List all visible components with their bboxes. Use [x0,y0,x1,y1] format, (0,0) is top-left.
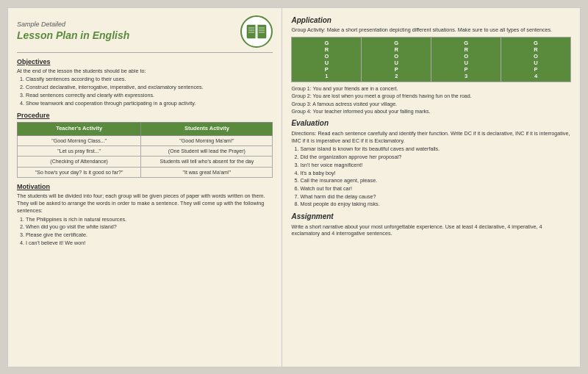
table-cell: "So how's your day? Is it good so far?" [18,167,141,177]
evaluation-list: Samar island is known for its beautiful … [291,145,571,208]
header-area: Sample Detailed Lesson Plan in English [17,15,273,48]
svg-rect-0 [247,25,256,38]
list-item: It's a baby boy! [300,170,571,177]
right-panel: Application Group Activity: Make a short… [282,8,580,367]
list-item: I can't believe it! We won! [26,240,273,247]
book-svg [246,21,267,42]
list-item: The Philippines is rich in natural resou… [26,216,273,223]
table-row: (Checking of Attendance) Students will t… [18,157,273,167]
svg-rect-1 [257,25,266,38]
group-header-1: GROUP1 [292,37,362,82]
book-icon [240,15,273,48]
group-desc-1: Group 1: You and your friends are in a c… [291,85,571,92]
list-item: Read sentences correctly and clearly wit… [26,92,273,99]
left-panel: Sample Detailed Lesson Plan in English [8,8,282,367]
list-item: Isn't her voice magnificent! [300,162,571,169]
list-item: What harm did the delay cause? [300,193,571,201]
procedure-table: Teacher's Activity Students Activity "Go… [17,122,273,178]
table-cell: "Good Morning Class..." [18,135,141,145]
header-divider [17,52,273,53]
sample-text: Sample Detailed [17,20,234,29]
list-item: When did you go visit the white island? [26,223,273,231]
assignment-body: Write a short narrative about your most … [291,223,571,237]
list-item: Show teamwork and cooperation through pa… [26,100,273,107]
table-cell: "It was great Ma'am!" [141,167,273,177]
table-cell: Students will tell who's absent for the … [141,157,273,167]
title-block: Sample Detailed Lesson Plan in English [17,20,234,43]
evaluation-directions: Directions: Read each sentence carefully… [291,130,571,144]
motivation-title: Motivation [17,182,273,191]
motivation-list: The Philippines is rich in natural resou… [17,216,273,247]
list-item: Watch out for that car! [300,185,571,193]
table-cell: "Let us pray first..." [18,145,141,156]
table-row: "So how's your day? Is it good so far?" … [18,167,273,177]
list-item: Did the organization approve her proposa… [300,154,571,161]
list-item: Classify sentences according to their us… [26,76,273,83]
group-header-4: GROUP4 [501,37,571,82]
table-cell: (One Student will lead the Prayer) [141,145,273,156]
table-cell: "Good Morning Ma'am!" [141,135,273,145]
group-table: GROUP1 GROUP2 GROUP3 GROUP4 [291,37,571,82]
group-desc-4: Group 4: Your teacher informed you about… [291,108,571,115]
group-header-2: GROUP2 [362,37,431,82]
assignment-title: Assignment [291,212,571,222]
list-item: Most people do enjoy taking risks. [300,201,571,208]
application-title: Application [291,15,571,26]
list-item: Samar island is known for its beautiful … [300,145,571,153]
group-desc-3: Group 3: A famous actress visited your v… [291,101,571,107]
list-item: Call the insurance agent, please. [300,177,571,184]
table-row: GROUP1 GROUP2 GROUP3 GROUP4 [292,37,571,82]
table-row: "Good Morning Class..." "Good Morning Ma… [18,135,273,145]
table-row: "Let us pray first..." (One Student will… [18,145,273,156]
procedure-title: Procedure [17,111,273,120]
objectives-intro: At the end of the lesson the students sh… [17,68,273,75]
procedure-header-students: Students Activity [141,123,273,135]
group-desc-2: Group 2: You are lost when you meet a gr… [291,93,571,99]
evaluation-title: Evaluation [291,118,571,129]
table-cell: (Checking of Attendance) [18,157,141,167]
objectives-title: Objectives [17,57,273,66]
document-wrapper: Sample Detailed Lesson Plan in English [7,7,581,367]
application-body: Group Activity: Make a short presentatio… [291,26,571,34]
main-title: Lesson Plan in English [17,29,234,43]
list-item: Construct declarative, interrogative, im… [26,84,273,91]
motivation-body: The students will be divided into four; … [17,193,273,214]
objectives-list: Classify sentences according to their us… [17,76,273,107]
procedure-header-teacher: Teacher's Activity [18,123,141,135]
group-header-3: GROUP3 [431,37,501,82]
list-item: Please give the certificate. [26,231,273,239]
